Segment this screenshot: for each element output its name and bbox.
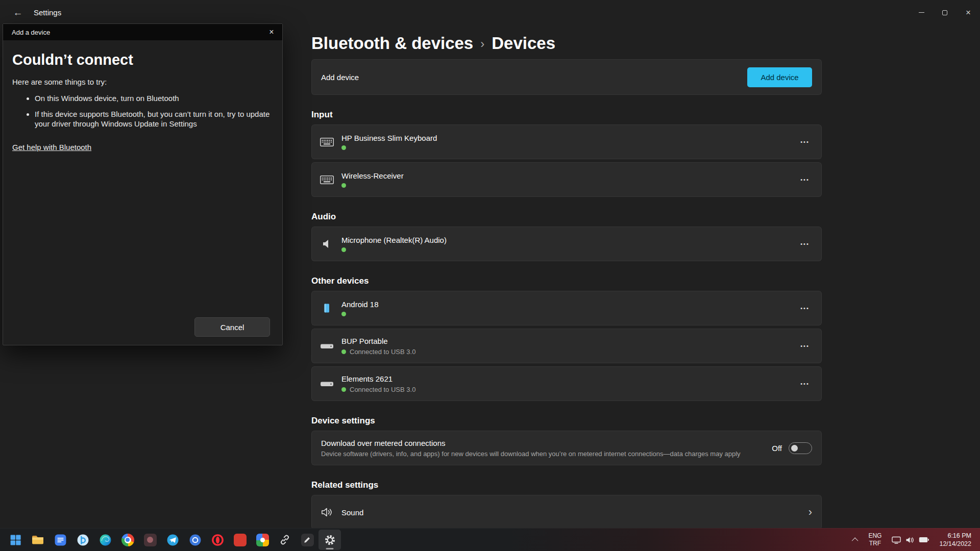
dialog-tip: If this device supports Bluetooth, but y… <box>35 109 270 129</box>
external-drive-icon <box>312 342 341 350</box>
window-titlebar: ← Settings × <box>0 0 980 25</box>
metered-description: Device software (drivers, info, and apps… <box>321 450 764 458</box>
device-status: Connected to USB 3.0 <box>350 386 415 393</box>
system-tray-cluster[interactable] <box>888 530 933 549</box>
tray-time: 6:16 PM <box>947 532 971 540</box>
back-icon[interactable]: ← <box>7 3 29 22</box>
chromium-icon[interactable] <box>184 530 206 550</box>
status-connected-dot <box>341 312 346 316</box>
status-connected-dot <box>341 247 346 252</box>
section-title-related-settings: Related settings <box>311 480 822 491</box>
breadcrumb: Bluetooth & devices › Devices <box>311 32 822 54</box>
more-options-icon[interactable]: ••• <box>794 300 816 316</box>
get-help-link[interactable]: Get help with Bluetooth <box>12 143 91 152</box>
system-tray: ENG TRF 6:16 PM 12/14/2022 <box>850 529 980 551</box>
metered-toggle[interactable] <box>789 442 812 454</box>
more-options-icon[interactable]: ••• <box>794 172 816 187</box>
pen-app-icon[interactable] <box>296 530 318 550</box>
toggle-state-label: Off <box>772 444 782 453</box>
minimize-icon[interactable] <box>910 0 933 25</box>
taskbar: ENG TRF 6:16 PM 12/14/2022 <box>0 528 980 551</box>
telegram-icon[interactable] <box>161 530 184 550</box>
opera-icon[interactable] <box>206 530 229 550</box>
device-name: HP Business Slim Keyboard <box>341 134 437 142</box>
phone-icon <box>312 303 341 314</box>
taskbar-app-icon-11[interactable] <box>229 530 251 550</box>
metered-connections-row: Download over metered connections Device… <box>311 431 822 465</box>
status-connected-dot <box>341 145 346 150</box>
dialog-tips-list: On this Windows device, turn on Bluetoot… <box>12 93 270 129</box>
window-controls: × <box>910 0 980 25</box>
device-row-wireless-receiver: Wireless-Receiver ••• <box>311 162 822 197</box>
speaker-icon <box>312 238 341 249</box>
device-name: Android 18 <box>341 300 379 309</box>
dialog-heading: Couldn’t connect <box>12 52 270 68</box>
edge-icon[interactable] <box>94 530 116 550</box>
device-row-hp-keyboard: HP Business Slim Keyboard ••• <box>311 124 822 159</box>
add-device-button[interactable]: Add device <box>747 67 812 87</box>
file-explorer-icon[interactable] <box>27 530 49 550</box>
tray-date: 12/14/2022 <box>939 540 971 548</box>
more-options-icon[interactable]: ••• <box>794 338 816 354</box>
dialog-body: Couldn’t connect Here are some things to… <box>3 52 282 152</box>
status-connected-dot <box>341 349 346 354</box>
settings-icon[interactable] <box>318 530 341 550</box>
add-device-dialog: Add a device × Couldn’t connect Here are… <box>3 23 283 345</box>
more-options-icon[interactable]: ••• <box>794 376 816 391</box>
close-icon[interactable]: × <box>957 0 980 25</box>
device-row-bup-portable: BUP Portable Connected to USB 3.0 ••• <box>311 329 822 363</box>
more-options-icon[interactable]: ••• <box>794 236 816 252</box>
status-connected-dot <box>341 183 346 188</box>
cancel-button[interactable]: Cancel <box>194 317 270 337</box>
link-app-icon[interactable] <box>274 530 296 550</box>
add-device-label: Add device <box>321 73 359 82</box>
device-name: Elements 2621 <box>341 374 415 383</box>
add-device-card: Add device Add device <box>311 59 822 95</box>
sound-settings-row[interactable]: Sound › <box>311 495 822 530</box>
more-options-icon[interactable]: ••• <box>794 134 816 149</box>
keyboard-icon <box>312 176 341 184</box>
device-row-android: Android 18 ••• <box>311 291 822 325</box>
section-title-device-settings: Device settings <box>311 415 822 427</box>
language-switcher[interactable]: ENG TRF <box>865 530 885 549</box>
device-name: Wireless-Receiver <box>341 171 404 180</box>
section-title-audio: Audio <box>311 211 822 222</box>
app-title: Settings <box>34 8 61 17</box>
messaging-app-icon[interactable] <box>49 530 71 550</box>
display-icon <box>892 536 901 544</box>
tray-keyboard-layout: TRF <box>869 540 881 547</box>
tray-chevron-up-icon[interactable] <box>850 530 862 549</box>
page-title: Devices <box>492 33 555 54</box>
status-connected-dot <box>341 387 346 392</box>
chevron-right-icon: › <box>808 507 812 518</box>
tray-language: ENG <box>868 532 881 540</box>
device-name: BUP Portable <box>341 337 415 345</box>
battery-icon <box>919 537 929 543</box>
photos-icon[interactable] <box>251 530 274 550</box>
dialog-titlebar: Add a device × <box>3 24 282 40</box>
dialog-close-icon[interactable]: × <box>261 24 282 40</box>
dialog-tip: On this Windows device, turn on Bluetoot… <box>35 93 270 104</box>
start-icon[interactable] <box>4 530 27 550</box>
device-status: Connected to USB 3.0 <box>350 348 415 356</box>
breadcrumb-separator-icon: › <box>480 32 484 54</box>
dialog-title: Add a device <box>12 29 50 36</box>
device-name: Microphone (Realtek(R) Audio) <box>341 236 447 244</box>
volume-icon <box>905 536 914 544</box>
breadcrumb-parent[interactable]: Bluetooth & devices <box>311 33 473 54</box>
sound-icon <box>312 507 341 518</box>
keyboard-icon <box>312 138 341 146</box>
device-row-microphone: Microphone (Realtek(R) Audio) ••• <box>311 227 822 261</box>
dialog-intro: Here are some things to try: <box>12 78 270 86</box>
sound-label: Sound <box>341 508 363 517</box>
maximize-icon[interactable] <box>933 0 957 25</box>
qbittorrent-icon[interactable] <box>71 530 94 550</box>
taskbar-app-icon-7[interactable] <box>139 530 161 550</box>
section-title-input: Input <box>311 109 822 120</box>
chrome-icon[interactable] <box>116 530 139 550</box>
section-title-other-devices: Other devices <box>311 276 822 287</box>
clock-tray[interactable]: 6:16 PM 12/14/2022 <box>936 530 975 549</box>
metered-title: Download over metered connections <box>321 439 764 447</box>
main-content: Bluetooth & devices › Devices Add device… <box>311 25 822 530</box>
device-row-elements: Elements 2621 Connected to USB 3.0 ••• <box>311 366 822 401</box>
